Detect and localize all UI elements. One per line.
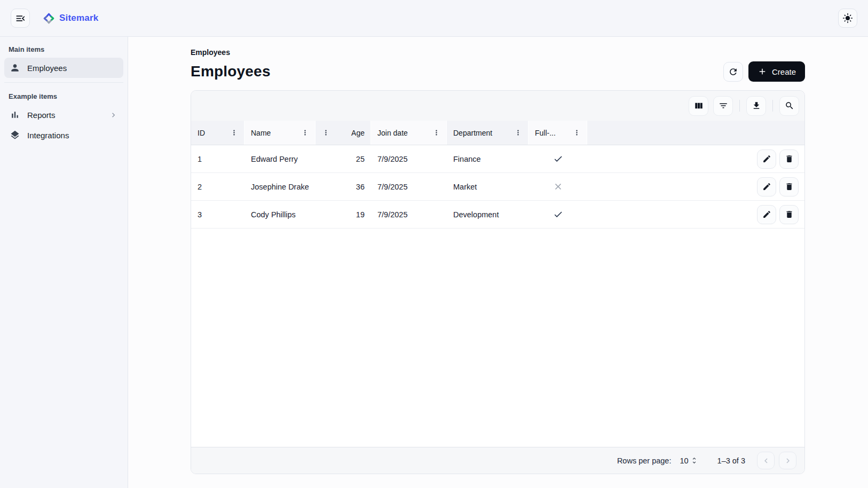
- column-header-label: Full-...: [535, 129, 556, 137]
- filter-button[interactable]: [713, 96, 733, 116]
- download-button[interactable]: [746, 96, 766, 116]
- column-header-age[interactable]: Age: [315, 121, 371, 145]
- row-delete-button[interactable]: [779, 149, 799, 169]
- columns-button[interactable]: [689, 96, 708, 116]
- chevron-right-icon: [783, 456, 793, 466]
- cell-fullTime: [528, 201, 587, 228]
- next-page-button[interactable]: [779, 452, 796, 469]
- pencil-icon: [762, 182, 771, 191]
- check-icon: [553, 209, 563, 219]
- trash-icon: [785, 154, 794, 163]
- pencil-icon: [762, 210, 771, 219]
- row-edit-button[interactable]: [757, 205, 776, 224]
- download-icon: [752, 101, 761, 111]
- cell-joinDate: 7/9/2025: [371, 145, 447, 172]
- columns-icon: [694, 101, 704, 111]
- cell-id: 3: [191, 201, 244, 228]
- main-content: Employees Employees Create IDNameAgeJoin…: [128, 37, 868, 488]
- page-title: Employees: [191, 63, 271, 80]
- grid-header-row: IDNameAgeJoin dateDepartmentFull-...: [191, 121, 804, 145]
- close-icon: [553, 182, 563, 192]
- chevron-right-icon: [109, 111, 118, 120]
- sidebar-section-label: Main items: [4, 40, 123, 58]
- column-header-label: Name: [251, 129, 271, 137]
- theme-toggle-button[interactable]: [838, 9, 857, 28]
- column-header-id[interactable]: ID: [191, 121, 244, 145]
- cell-name: Josephine Drake: [244, 173, 315, 200]
- sidebar: Main itemsEmployeesExample itemsReportsI…: [0, 37, 128, 488]
- sidebar-item-reports[interactable]: Reports: [4, 105, 123, 125]
- sidebar-item-integrations[interactable]: Integrations: [4, 125, 123, 145]
- header-spacer: [587, 121, 804, 145]
- sidebar-item-label: Employees: [27, 64, 67, 73]
- row-delete-button[interactable]: [779, 205, 799, 224]
- menu-open-icon: [15, 13, 26, 24]
- row-edit-button[interactable]: [757, 177, 776, 196]
- column-menu-icon[interactable]: [514, 129, 522, 137]
- column-menu-icon[interactable]: [322, 129, 330, 137]
- column-header-joinDate[interactable]: Join date: [371, 121, 447, 145]
- column-menu-icon[interactable]: [432, 129, 440, 137]
- table-row[interactable]: 1Edward Perry257/9/2025Finance: [191, 145, 804, 173]
- trash-icon: [785, 182, 794, 191]
- person-icon: [10, 62, 20, 73]
- brand: Sitemark: [43, 12, 98, 25]
- filter-icon: [719, 101, 728, 111]
- column-header-label: ID: [198, 129, 205, 137]
- column-header-label: Age: [351, 129, 365, 137]
- sidebar-item-label: Reports: [27, 111, 56, 120]
- refresh-icon: [728, 67, 738, 77]
- row-actions: [740, 145, 804, 172]
- row-actions: [740, 201, 804, 228]
- cell-name: Cody Phillips: [244, 201, 315, 228]
- table-row[interactable]: 3Cody Phillips197/9/2025Development: [191, 201, 804, 229]
- bar-chart-icon: [10, 109, 20, 120]
- sidebar-divider: [4, 82, 123, 83]
- sidebar-item-label: Integrations: [27, 131, 69, 140]
- trash-icon: [785, 210, 794, 219]
- column-menu-icon[interactable]: [230, 129, 238, 137]
- cell-department: Development: [447, 201, 528, 228]
- cell-joinDate: 7/9/2025: [371, 173, 447, 200]
- toolbar-divider: [739, 100, 740, 112]
- cell-department: Market: [447, 173, 528, 200]
- grid-rows: 1Edward Perry257/9/2025Finance2Josephine…: [191, 145, 804, 229]
- unfold-more-icon: [690, 456, 698, 465]
- cell-name: Edward Perry: [244, 145, 315, 172]
- rows-per-page-select[interactable]: 10: [680, 456, 698, 465]
- rows-per-page-label: Rows per page:: [617, 456, 672, 465]
- collapse-menu-button[interactable]: [11, 9, 30, 28]
- rows-per-page-value: 10: [680, 456, 688, 465]
- topbar: Sitemark: [0, 0, 868, 37]
- sidebar-item-employees[interactable]: Employees: [4, 58, 123, 78]
- cell-id: 2: [191, 173, 244, 200]
- row-actions: [740, 173, 804, 200]
- previous-page-button[interactable]: [757, 452, 775, 469]
- column-header-label: Department: [453, 129, 492, 137]
- column-header-name[interactable]: Name: [244, 121, 315, 145]
- cell-department: Finance: [447, 145, 528, 172]
- pencil-icon: [762, 154, 771, 163]
- cell-age: 25: [315, 145, 371, 172]
- search-button[interactable]: [779, 96, 799, 116]
- data-grid-card: IDNameAgeJoin dateDepartmentFull-... 1Ed…: [191, 90, 805, 474]
- grid-empty-area: [191, 229, 804, 447]
- row-edit-button[interactable]: [757, 149, 776, 169]
- refresh-button[interactable]: [723, 62, 743, 82]
- column-menu-icon[interactable]: [301, 129, 309, 137]
- column-menu-icon[interactable]: [573, 129, 581, 137]
- create-button[interactable]: Create: [748, 61, 805, 82]
- search-icon: [785, 101, 794, 111]
- layers-icon: [10, 130, 20, 140]
- sidebar-section-label: Example items: [4, 87, 123, 105]
- breadcrumb: Employees: [191, 48, 805, 57]
- create-button-label: Create: [772, 67, 796, 76]
- column-header-department[interactable]: Department: [447, 121, 528, 145]
- cell-fullTime: [528, 145, 587, 172]
- cell-age: 19: [315, 201, 371, 228]
- sun-icon: [842, 13, 853, 23]
- column-header-fullTime[interactable]: Full-...: [528, 121, 587, 145]
- row-delete-button[interactable]: [779, 177, 799, 196]
- sitemark-logo-icon: [43, 12, 55, 25]
- table-row[interactable]: 2Josephine Drake367/9/2025Market: [191, 173, 804, 201]
